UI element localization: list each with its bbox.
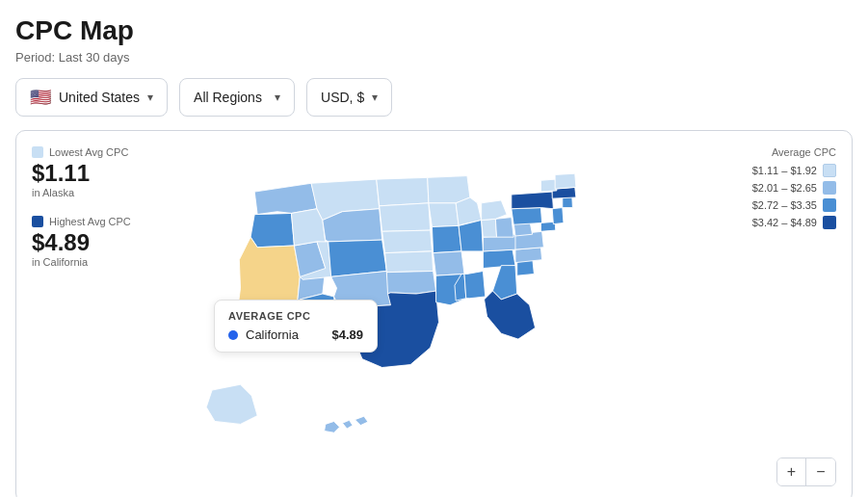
- legend-item-2: $2.01 – $2.65: [752, 181, 836, 195]
- legend-item-4: $3.42 – $4.89: [752, 216, 836, 229]
- lowest-stat: Lowest Avg CPC $1.11 in Alaska: [32, 146, 131, 198]
- tooltip-dot: [228, 330, 238, 340]
- lowest-location: in Alaska: [32, 187, 131, 198]
- highest-value: $4.89: [32, 229, 131, 256]
- zoom-out-button[interactable]: −: [806, 458, 835, 485]
- lowest-label: Lowest Avg CPC: [49, 146, 128, 158]
- period-label: Period: Last 30 days: [15, 50, 853, 65]
- country-label: United States: [59, 90, 140, 105]
- legend-title: Average CPC: [752, 146, 836, 158]
- legend: Average CPC $1.11 – $1.92 $2.01 – $2.65 …: [752, 146, 836, 233]
- map-container: Lowest Avg CPC $1.11 in Alaska Highest A…: [15, 130, 853, 497]
- highest-color-box: [32, 216, 43, 227]
- zoom-in-button[interactable]: +: [777, 458, 806, 485]
- legend-box-1: [823, 164, 836, 177]
- lowest-color-box: [32, 146, 43, 158]
- country-dropdown[interactable]: 🇺🇸 United States ▾: [15, 78, 168, 117]
- zoom-controls: + −: [776, 458, 836, 486]
- legend-box-3: [823, 198, 836, 212]
- legend-label-3: $2.72 – $3.35: [752, 199, 817, 211]
- legend-item-1: $1.11 – $1.92: [752, 164, 836, 177]
- legend-box-4: [823, 216, 836, 229]
- legend-box-2: [823, 181, 836, 195]
- lowest-value: $1.11: [32, 160, 131, 187]
- tooltip-state: California: [246, 327, 324, 342]
- region-label: All Regions: [194, 90, 262, 105]
- legend-label-4: $3.42 – $4.89: [752, 217, 817, 228]
- legend-item-3: $2.72 – $3.35: [752, 198, 836, 212]
- currency-label: USD, $: [321, 90, 364, 105]
- region-dropdown[interactable]: All Regions ▾: [179, 78, 295, 117]
- tooltip-title: Average CPC: [228, 310, 363, 322]
- tooltip-row: California $4.89: [228, 327, 363, 342]
- page-title: CPC Map: [15, 15, 853, 46]
- legend-label-1: $1.11 – $1.92: [752, 165, 817, 176]
- region-chevron: ▾: [275, 91, 280, 104]
- highest-label: Highest Avg CPC: [49, 216, 131, 227]
- state-tooltip: Average CPC California $4.89: [214, 300, 378, 353]
- highest-stat: Highest Avg CPC $4.89 in California: [32, 216, 131, 268]
- tooltip-value: $4.89: [331, 327, 363, 342]
- currency-chevron: ▾: [372, 91, 378, 104]
- country-flag: 🇺🇸: [30, 87, 51, 108]
- controls-bar: 🇺🇸 United States ▾ All Regions ▾ USD, $ …: [15, 78, 853, 117]
- country-chevron: ▾: [147, 91, 153, 104]
- highest-location: in California: [32, 256, 131, 268]
- currency-dropdown[interactable]: USD, $ ▾: [306, 78, 392, 117]
- stats-panel: Lowest Avg CPC $1.11 in Alaska Highest A…: [32, 146, 131, 285]
- legend-label-2: $2.01 – $2.65: [752, 182, 817, 194]
